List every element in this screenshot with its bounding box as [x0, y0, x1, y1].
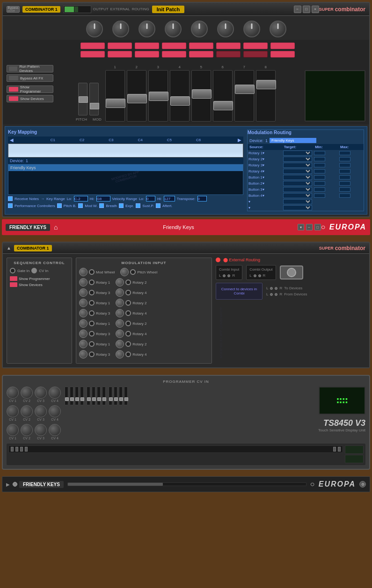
rotary-1-radio-d[interactable]: [89, 341, 95, 347]
rotary-3-knob-b[interactable]: [79, 309, 88, 317]
fader-5-track[interactable]: [191, 70, 211, 122]
combi-input-port-r[interactable]: [227, 274, 230, 277]
max-5-input[interactable]: [339, 175, 350, 179]
ts8450-knob-circle-3[interactable]: [35, 387, 47, 399]
combi-output-port-r[interactable]: [258, 274, 261, 277]
led-btn-1-4[interactable]: [162, 43, 186, 49]
target-6-select[interactable]: [283, 181, 313, 186]
io-port-3[interactable]: [20, 447, 23, 452]
pitch-wheel[interactable]: [78, 83, 88, 115]
fader-6-track[interactable]: [213, 70, 233, 122]
led-btn-2-4[interactable]: [162, 51, 186, 57]
rotary-3-radio-c[interactable]: [89, 331, 95, 337]
knob-2[interactable]: [112, 21, 129, 37]
nav-arrow-left[interactable]: ◀: [10, 137, 14, 143]
max-8-input[interactable]: [339, 194, 350, 198]
vel-hi-input[interactable]: [164, 196, 175, 201]
bypass-toggle[interactable]: Bypass on/off: [7, 6, 20, 13]
transpose-input[interactable]: [197, 196, 207, 201]
pitch-bend-checkbox[interactable]: [57, 203, 62, 208]
show-programmer-button[interactable]: Show Programmer: [7, 86, 53, 93]
bottom-settings-button[interactable]: ⚙: [359, 481, 366, 488]
led-btn-1-5[interactable]: [189, 43, 213, 49]
min-1-input[interactable]: [314, 151, 325, 155]
max-4-input[interactable]: [339, 169, 350, 173]
pitch-wheel-radio[interactable]: [130, 269, 136, 275]
rotary-3-radio-d[interactable]: [89, 351, 95, 357]
fader-1-track[interactable]: [105, 70, 125, 122]
ts8450-knob-circle-9[interactable]: [7, 424, 19, 436]
rotary-1-knob-c[interactable]: [79, 319, 88, 328]
led-btn-1-6[interactable]: [216, 43, 241, 49]
rotary-1-radio-a[interactable]: [89, 280, 95, 285]
target-2-select[interactable]: [283, 157, 313, 162]
ts8450-knob-circle-12[interactable]: [49, 424, 61, 436]
io-port-5[interactable]: [333, 447, 336, 452]
led-btn-2-3[interactable]: [135, 51, 159, 57]
receive-notes-checkbox[interactable]: [8, 196, 13, 201]
breath-checkbox[interactable]: [99, 203, 104, 208]
fader-7-track[interactable]: [234, 70, 254, 122]
target-5-select[interactable]: [283, 175, 313, 180]
rotary-1-knob-b[interactable]: [79, 299, 88, 307]
min-5-input[interactable]: [314, 175, 325, 179]
aftertouch-checkbox[interactable]: [156, 203, 160, 208]
patch-name[interactable]: Init Patch: [152, 6, 185, 13]
ts8450-fader-11[interactable]: [119, 387, 123, 405]
run-pattern-button[interactable]: Run Pattern Devices: [7, 65, 53, 72]
fader-4-track[interactable]: [170, 70, 190, 122]
rotary-2-knob-b[interactable]: [116, 299, 124, 307]
io-port-1[interactable]: [11, 447, 14, 452]
knob-4[interactable]: [165, 21, 182, 37]
knob-6[interactable]: [217, 21, 234, 37]
vel-lo-input[interactable]: [146, 196, 155, 201]
led-btn-1-3[interactable]: [135, 43, 159, 49]
max-6-input[interactable]: [339, 181, 350, 186]
led-btn-2-7[interactable]: [243, 51, 268, 57]
led-btn-1-8[interactable]: [270, 43, 295, 49]
rotary-4-radio-c[interactable]: [125, 331, 131, 337]
led-btn-2-6[interactable]: [216, 51, 241, 57]
nav-arrow-right[interactable]: ▶: [238, 137, 241, 143]
rotary-4-radio-d[interactable]: [125, 351, 131, 357]
europa-save-button[interactable]: ▾: [298, 224, 304, 230]
ts8450-fader-6[interactable]: [92, 387, 95, 405]
from-devices-port-l[interactable]: [270, 293, 273, 296]
mod-device-select[interactable]: Friendly Keys: [270, 138, 316, 143]
bypass-fx-button[interactable]: Bypass All FX: [7, 74, 53, 82]
ts8450-fader-4[interactable]: [80, 387, 84, 405]
rotary-3-knob-c[interactable]: [79, 330, 88, 338]
target-10-select[interactable]: [283, 205, 313, 210]
ts8450-fader-2[interactable]: [70, 387, 73, 405]
ts8450-knob-circle-7[interactable]: [35, 405, 47, 417]
min-2-input[interactable]: [314, 157, 325, 161]
combi-output-port-l[interactable]: [254, 274, 256, 277]
bottom-arrow-icon[interactable]: ▶: [6, 482, 10, 487]
rotary-2-knob-d[interactable]: [116, 340, 124, 348]
key-lo-input[interactable]: [74, 196, 88, 201]
max-1-input[interactable]: [339, 151, 350, 155]
rotary-3-radio-b[interactable]: [89, 310, 95, 316]
max-7-input[interactable]: [339, 187, 350, 192]
knob-8[interactable]: [270, 21, 286, 37]
rotary-2-radio-d[interactable]: [125, 341, 131, 347]
led-btn-2-1[interactable]: [80, 51, 105, 57]
knob-5[interactable]: [191, 21, 208, 37]
led-btn-2-2[interactable]: [108, 51, 132, 57]
mod-wheel[interactable]: [89, 83, 99, 115]
mod-wheel-knob[interactable]: [79, 268, 88, 276]
target-9-select[interactable]: [283, 199, 313, 204]
rotary-3-knob-d[interactable]: [79, 350, 88, 359]
rotary-1-knob-d[interactable]: [79, 340, 88, 348]
knob-1[interactable]: [86, 21, 103, 37]
gate-in-radio[interactable]: [10, 268, 15, 273]
target-8-select[interactable]: [283, 193, 313, 198]
fader-2-track[interactable]: [127, 70, 146, 122]
min-4-input[interactable]: [314, 169, 325, 173]
rotary-4-radio-a[interactable]: [125, 290, 131, 295]
rotary-2-radio-c[interactable]: [125, 321, 131, 326]
ts8450-knob-circle-10[interactable]: [21, 424, 33, 436]
led-btn-1-7[interactable]: [243, 43, 268, 49]
target-7-select[interactable]: [283, 187, 313, 192]
rotary-4-knob-c[interactable]: [116, 330, 124, 338]
